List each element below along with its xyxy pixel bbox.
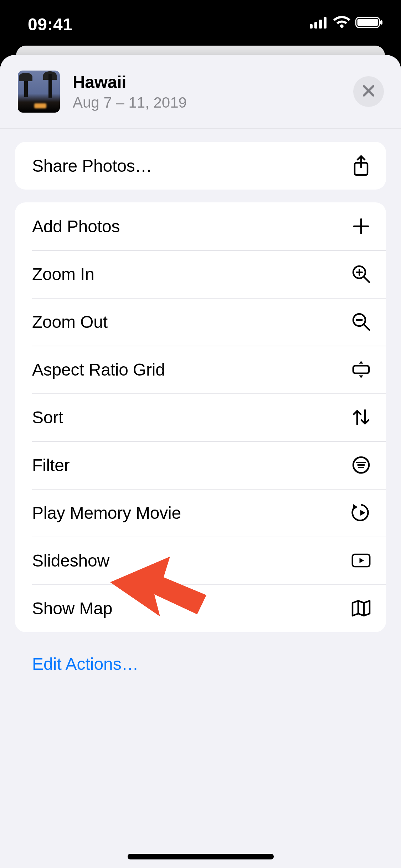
memory-movie-icon [351,503,371,523]
row-label: Aspect Ratio Grid [32,360,165,379]
battery-icon [355,16,383,30]
close-icon [362,84,375,99]
share-photos-row[interactable]: Share Photos… [15,142,386,190]
slideshow-row[interactable]: Slideshow [15,537,386,584]
row-label: Zoom Out [32,312,108,332]
action-sheet: Hawaii Aug 7 – 11, 2019 Share Photos… Ad… [0,55,401,868]
plus-icon [351,216,371,236]
svg-rect-5 [358,19,378,26]
zoom-out-icon [351,312,371,332]
sheet-header: Hawaii Aug 7 – 11, 2019 [0,55,401,129]
album-thumbnail [18,71,60,113]
show-map-row[interactable]: Show Map [15,584,386,632]
row-label: Filter [32,455,70,475]
svg-marker-14 [353,504,358,510]
svg-marker-17 [359,558,364,563]
svg-marker-12 [359,375,363,378]
add-photos-row[interactable]: Add Photos [15,202,386,250]
row-label: Sort [32,408,63,427]
action-group-1: Add Photos Zoom In Zoom Out Aspect Ratio… [15,202,386,632]
status-bar: 09:41 [0,0,401,46]
row-label: Zoom In [32,264,94,284]
play-memory-movie-row[interactable]: Play Memory Movie [15,489,386,537]
edit-actions-button[interactable]: Edit Actions… [15,645,386,674]
map-icon [351,598,371,618]
action-group-0: Share Photos… [15,142,386,190]
aspect-ratio-grid-row[interactable]: Aspect Ratio Grid [15,346,386,393]
row-label: Play Memory Movie [32,503,181,523]
wifi-icon [333,16,351,30]
home-indicator[interactable] [128,854,274,859]
status-indicators [310,16,383,30]
svg-rect-1 [314,22,317,29]
aspect-ratio-icon [351,360,371,379]
svg-marker-10 [359,361,363,364]
close-button[interactable] [353,76,384,107]
slideshow-icon [351,551,371,570]
album-date-range: Aug 7 – 11, 2019 [73,94,353,111]
svg-rect-0 [310,24,313,29]
zoom-out-row[interactable]: Zoom Out [15,298,386,346]
sheet-content: Share Photos… Add Photos Zoom In [0,129,401,674]
svg-rect-2 [319,20,322,29]
row-label: Add Photos [32,217,120,236]
filter-icon [351,455,371,475]
zoom-in-row[interactable]: Zoom In [15,250,386,298]
svg-marker-15 [360,510,365,516]
zoom-in-icon [351,264,371,284]
share-icon [351,156,371,176]
filter-row[interactable]: Filter [15,441,386,489]
album-title: Hawaii [73,72,353,92]
cellular-icon [310,16,328,30]
row-label: Slideshow [32,551,109,570]
status-time: 09:41 [28,15,72,34]
svg-rect-6 [380,20,382,25]
row-label: Show Map [32,599,112,618]
svg-rect-11 [353,366,369,373]
header-text: Hawaii Aug 7 – 11, 2019 [73,72,353,111]
sort-row[interactable]: Sort [15,393,386,441]
svg-rect-3 [324,17,327,29]
sort-icon [351,407,371,427]
row-label: Share Photos… [32,156,152,176]
